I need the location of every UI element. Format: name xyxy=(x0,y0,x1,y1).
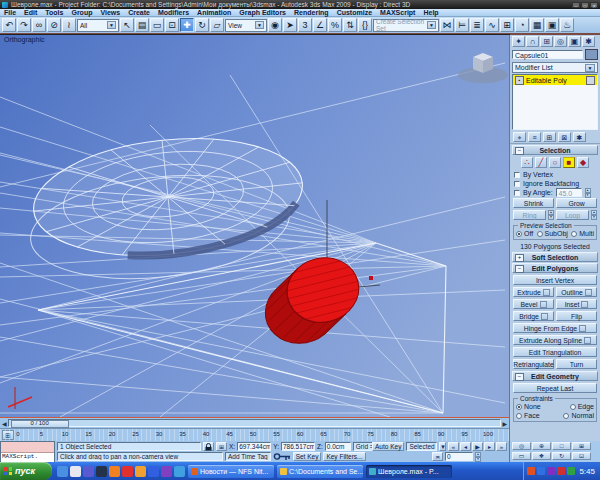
edit-named-selection-sets-icon[interactable]: {} xyxy=(358,18,372,32)
tab-create[interactable]: ✦ xyxy=(512,36,525,47)
task-max-p[interactable]: Шевроле.max - P... xyxy=(366,465,452,478)
layer-manager-icon[interactable]: ≣ xyxy=(470,18,484,32)
ring-spinner[interactable]: ▲▼ xyxy=(548,210,554,219)
quick-launch-icon[interactable] xyxy=(57,466,68,477)
make-unique-icon[interactable]: ⊞ xyxy=(543,132,556,142)
schematic-view-icon[interactable]: ⊞ xyxy=(500,18,514,32)
quick-launch-icon[interactable] xyxy=(96,466,107,477)
rollout-selection[interactable]: − Selection xyxy=(512,145,598,155)
bevel-button[interactable]: Bevel xyxy=(513,299,554,309)
loop-button[interactable]: Loop xyxy=(556,210,589,220)
preview-subobj-option[interactable]: SubObj xyxy=(537,230,568,237)
bridge-button[interactable]: Bridge xyxy=(513,311,554,321)
constraint-face-option[interactable]: Face xyxy=(516,412,540,419)
chevron-down-icon[interactable]: ▼ xyxy=(585,64,595,72)
bevel-settings-button[interactable] xyxy=(540,301,547,308)
radio-icon[interactable] xyxy=(516,404,522,410)
menu-group[interactable]: Group xyxy=(67,9,96,16)
time-slider-left-arrow[interactable]: ◀ xyxy=(2,420,7,427)
object-name-field[interactable]: Capsule01 xyxy=(512,50,583,59)
bridge-settings-button[interactable] xyxy=(541,313,548,320)
frame-spinner[interactable]: ▲▼ xyxy=(475,452,481,461)
extrude-settings-button[interactable] xyxy=(543,289,550,296)
turn-button[interactable]: Turn xyxy=(556,359,597,369)
tab-modify[interactable]: ∩ xyxy=(526,36,539,47)
selection-filter-dropdown[interactable]: All▼ xyxy=(77,19,119,32)
collapse-icon[interactable]: − xyxy=(515,147,524,155)
quick-launch-icon[interactable] xyxy=(83,466,94,477)
zoom-extents-icon[interactable]: □ xyxy=(552,442,571,450)
radio-icon[interactable] xyxy=(563,413,569,419)
tray-icon[interactable] xyxy=(547,467,555,475)
zoom-all-icon[interactable]: ⊕ xyxy=(532,442,551,450)
radio-icon[interactable] xyxy=(537,231,543,237)
arc-rotate-icon[interactable]: ↻ xyxy=(552,452,571,460)
tab-utilities[interactable]: ✱ xyxy=(582,36,595,47)
listener-pane[interactable]: MAXScript. xyxy=(1,453,54,462)
menu-views[interactable]: Views xyxy=(96,9,124,16)
snaps-toggle-icon[interactable]: 3 xyxy=(298,18,312,32)
task-nfs-nit[interactable]: Новости — NFS Nit... xyxy=(188,465,274,478)
percent-snap-toggle-icon[interactable]: % xyxy=(328,18,342,32)
add-time-tag[interactable]: Add Time Tag xyxy=(225,452,271,461)
outline-settings-button[interactable] xyxy=(585,289,592,296)
menu-maxscript[interactable]: MAXScript xyxy=(376,9,419,16)
field-of-view-icon[interactable]: ▭ xyxy=(512,452,531,460)
hinge-from-edge-button[interactable]: Hinge From Edge xyxy=(513,323,597,333)
window-crossing-icon[interactable]: ⊡ xyxy=(165,18,179,32)
select-and-scale-icon[interactable]: ▱ xyxy=(210,18,224,32)
current-frame-field[interactable]: 0 xyxy=(445,452,473,461)
hinge-from-edge-settings-button[interactable] xyxy=(579,325,586,332)
time-slider-right-arrow[interactable]: ▶ xyxy=(502,420,507,427)
key-filters-button[interactable]: Key Filters... xyxy=(323,452,365,461)
select-and-manipulate-icon[interactable]: ➤ xyxy=(283,18,297,32)
track-bar-ruler[interactable]: 0510152025303540455055606570758085909510… xyxy=(0,429,509,441)
redo-icon[interactable]: ↷ xyxy=(17,18,31,32)
modifier-stack[interactable]: ▪ Editable Poly xyxy=(512,74,598,130)
object-color-swatch[interactable] xyxy=(585,49,598,60)
constraint-edge-option[interactable]: Edge xyxy=(570,403,594,410)
extrude-along-spline-settings-button[interactable] xyxy=(584,337,591,344)
quick-launch-icon[interactable] xyxy=(109,466,120,477)
named-selection-set-field[interactable]: Create Selection Set▼ xyxy=(373,19,439,32)
visibility-icon[interactable] xyxy=(586,76,595,85)
align-icon[interactable]: ⊨ xyxy=(455,18,469,32)
angle-value-field[interactable]: 45.0 xyxy=(556,188,582,197)
quick-launch-icon[interactable] xyxy=(70,466,81,477)
select-and-link-icon[interactable]: ∞ xyxy=(32,18,46,32)
previous-frame-icon[interactable]: ◂ xyxy=(460,442,471,451)
maximize-button[interactable]: □ xyxy=(581,2,589,8)
ring-button[interactable]: Ring xyxy=(513,210,546,220)
constraint-normal-option[interactable]: Normal xyxy=(563,412,594,419)
quick-launch-icon[interactable] xyxy=(174,466,185,477)
spinner-snap-toggle-icon[interactable]: ⇅ xyxy=(343,18,357,32)
menu-graph-editors[interactable]: Graph Editors xyxy=(235,9,290,16)
edge-subobject-icon[interactable]: ╱ xyxy=(535,157,547,168)
rectangular-selection-region-icon[interactable]: ▭ xyxy=(150,18,164,32)
material-editor-icon[interactable]: ◔ xyxy=(515,18,529,32)
inset-button[interactable]: Inset xyxy=(556,299,597,309)
select-by-name-icon[interactable]: ▤ xyxy=(135,18,149,32)
selection-set-dropdown[interactable]: Selected xyxy=(406,442,437,451)
chevron-down-icon[interactable]: ▼ xyxy=(255,21,264,29)
lock-selection-icon[interactable] xyxy=(203,442,214,451)
menu-tools[interactable]: Tools xyxy=(41,9,67,16)
preview-off-option[interactable]: Off xyxy=(516,230,533,237)
constraint-none-option[interactable]: None xyxy=(516,403,541,410)
polygon-subobject-icon[interactable]: ■ xyxy=(563,157,575,168)
select-and-move-icon[interactable]: ✚ xyxy=(180,18,194,32)
by-angle-checkbox[interactable] xyxy=(514,190,520,196)
stack-row-editable-poly[interactable]: ▪ Editable Poly xyxy=(513,75,597,85)
gizmo-handle[interactable] xyxy=(369,276,373,280)
quick-render-icon[interactable]: ♨ xyxy=(560,18,574,32)
menu-modifiers[interactable]: Modifiers xyxy=(154,9,193,16)
render-setup-icon[interactable]: ▦ xyxy=(530,18,544,32)
tray-icon[interactable] xyxy=(527,467,535,475)
menu-create[interactable]: Create xyxy=(124,9,154,16)
use-pivot-point-center-icon[interactable]: ◉ xyxy=(268,18,282,32)
radio-icon[interactable] xyxy=(516,231,522,237)
rollout-edit-polygons[interactable]: − Edit Polygons xyxy=(512,263,598,273)
viewport[interactable]: Orthographic xyxy=(0,35,509,417)
expand-icon[interactable]: + xyxy=(515,254,524,262)
chevron-down-icon[interactable]: ▼ xyxy=(439,442,446,451)
